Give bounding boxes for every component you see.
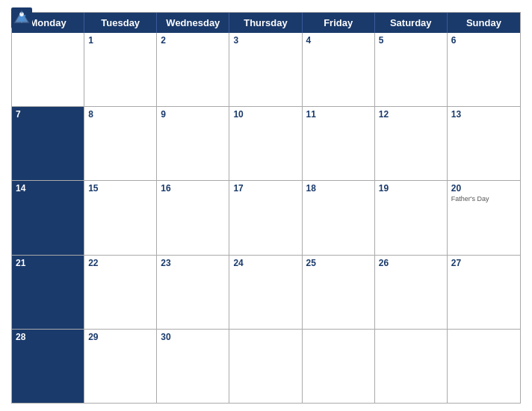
calendar-cell-1: 1 xyxy=(84,33,157,106)
calendar-cell-26: 26 xyxy=(375,256,448,329)
weekday-header-friday: Friday xyxy=(303,13,375,33)
calendar-cell-8: 8 xyxy=(84,107,157,180)
weekday-header-wednesday: Wednesday xyxy=(157,13,229,33)
day-number: 4 xyxy=(306,35,371,46)
calendar-cell-9: 9 xyxy=(157,107,229,180)
day-number: 8 xyxy=(88,109,152,120)
calendar-cell-22: 22 xyxy=(84,256,157,329)
day-number: 22 xyxy=(88,258,152,268)
calendar-cell-29: 29 xyxy=(84,330,157,403)
day-number: 12 xyxy=(379,109,443,120)
day-number: 30 xyxy=(161,332,225,342)
day-number: 13 xyxy=(451,109,516,120)
day-number: 29 xyxy=(88,332,152,342)
calendar-week-5: 282930 xyxy=(12,329,520,403)
calendar-cell-27: 27 xyxy=(448,256,520,329)
day-number: 19 xyxy=(379,183,443,194)
calendar-cell-empty xyxy=(303,330,375,403)
calendar-cell-25: 25 xyxy=(303,256,375,329)
weekday-header-tuesday: Tuesday xyxy=(84,13,157,33)
calendar-week-3: 14151617181920Father's Day xyxy=(12,180,520,254)
calendar-cell-17: 17 xyxy=(229,181,302,254)
day-number: 2 xyxy=(161,35,225,46)
day-number: 21 xyxy=(16,258,80,268)
calendar-cell-4: 4 xyxy=(303,33,375,106)
day-number: 17 xyxy=(233,183,297,194)
day-number: 15 xyxy=(88,183,152,194)
calendar-cell-14: 14 xyxy=(12,181,84,254)
calendar-week-1: 123456 xyxy=(12,33,520,106)
day-number: 23 xyxy=(161,258,225,268)
logo-icon xyxy=(11,7,32,28)
calendar-cell-23: 23 xyxy=(157,256,229,329)
calendar-cell-3: 3 xyxy=(229,33,302,106)
calendar-cell-2: 2 xyxy=(157,33,229,106)
day-number: 6 xyxy=(451,35,516,46)
day-number: 25 xyxy=(306,258,371,268)
calendar-cell-empty xyxy=(375,330,448,403)
day-number: 18 xyxy=(306,183,371,194)
day-number: 3 xyxy=(233,35,297,46)
calendar-cell-28: 28 xyxy=(12,330,84,403)
calendar-week-4: 21222324252627 xyxy=(12,255,520,329)
day-number: 7 xyxy=(16,109,80,120)
calendar-cell-11: 11 xyxy=(303,107,375,180)
calendar-cell-empty xyxy=(448,330,520,403)
calendar-header: MondayTuesdayWednesdayThursdayFridaySatu… xyxy=(12,13,520,33)
calendar-cell-5: 5 xyxy=(375,33,448,106)
calendar-cell-20: 20Father's Day xyxy=(448,181,520,254)
calendar-body: 1234567891011121314151617181920Father's … xyxy=(12,33,520,403)
weekday-header-thursday: Thursday xyxy=(229,13,302,33)
calendar-cell-19: 19 xyxy=(375,181,448,254)
calendar-cell-empty xyxy=(12,33,84,106)
calendar-cell-empty xyxy=(229,330,302,403)
calendar-cell-12: 12 xyxy=(375,107,448,180)
day-number: 1 xyxy=(88,35,152,46)
day-number: 10 xyxy=(233,109,297,120)
day-number: 14 xyxy=(16,183,80,194)
page: MondayTuesdayWednesdayThursdayFridaySatu… xyxy=(0,0,532,411)
weekday-header-saturday: Saturday xyxy=(375,13,448,33)
calendar-cell-7: 7 xyxy=(12,107,84,180)
day-number: 26 xyxy=(379,258,443,268)
day-number: 9 xyxy=(161,109,225,120)
event-label: Father's Day xyxy=(451,195,516,203)
calendar-week-2: 78910111213 xyxy=(12,106,520,180)
weekday-header-sunday: Sunday xyxy=(448,13,520,33)
calendar-cell-30: 30 xyxy=(157,330,229,403)
calendar: MondayTuesdayWednesdayThursdayFridaySatu… xyxy=(11,12,521,404)
calendar-cell-16: 16 xyxy=(157,181,229,254)
calendar-cell-6: 6 xyxy=(448,33,520,106)
calendar-cell-24: 24 xyxy=(229,256,302,329)
day-number: 24 xyxy=(233,258,297,268)
day-number: 11 xyxy=(306,109,371,120)
day-number: 28 xyxy=(16,332,80,342)
calendar-cell-15: 15 xyxy=(84,181,157,254)
day-number: 16 xyxy=(161,183,225,194)
calendar-cell-21: 21 xyxy=(12,256,84,329)
calendar-cell-18: 18 xyxy=(303,181,375,254)
calendar-cell-13: 13 xyxy=(448,107,520,180)
calendar-cell-10: 10 xyxy=(229,107,302,180)
day-number: 20 xyxy=(451,183,516,194)
day-number: 5 xyxy=(379,35,443,46)
day-number: 27 xyxy=(451,258,516,268)
logo xyxy=(11,7,34,28)
